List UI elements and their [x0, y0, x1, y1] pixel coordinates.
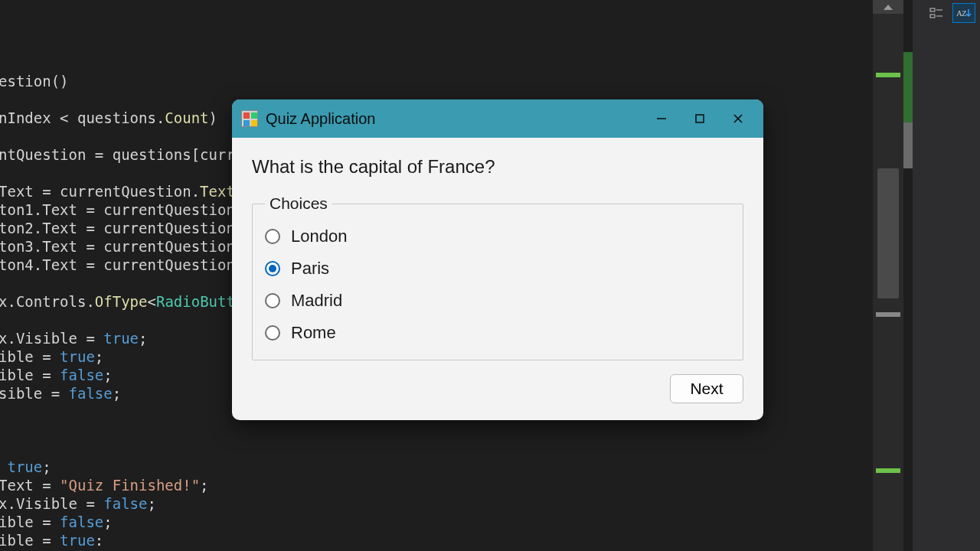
code-line: true; [0, 458, 261, 476]
code-line: ible = false; [0, 366, 261, 384]
code-line: Text = "Quiz Finished!"; [0, 476, 261, 494]
code-line [0, 274, 261, 292]
quiz-dialog: Quiz Application What is the capital of … [232, 99, 763, 420]
code-line: sible = false; [0, 384, 261, 403]
code-line: ton3.Text = currentQuestion.Ch [0, 237, 261, 256]
titlebar[interactable]: Quiz Application [232, 99, 763, 138]
window-title: Quiz Application [266, 110, 642, 128]
minimize-button[interactable] [642, 99, 681, 138]
scrollbar-marker [876, 468, 900, 473]
code-line: ntQuestion = questions[current [0, 145, 261, 164]
scrollbar-thumb[interactable] [877, 168, 899, 298]
code-line: estion() [0, 72, 261, 90]
code-line [0, 127, 261, 145]
code-line: ton4.Text = currentQuestion.Ch [0, 256, 261, 274]
code-line [0, 90, 261, 109]
code-line [0, 403, 261, 421]
choice-option[interactable]: Rome [265, 317, 730, 349]
alphabetical-icon[interactable]: AZ [952, 3, 975, 23]
choices-group: Choices LondonParisMadridRome [252, 194, 743, 360]
svg-rect-1 [930, 15, 935, 18]
choice-option[interactable]: Madrid [265, 285, 730, 317]
code-line: ible = false; [0, 513, 261, 531]
close-button[interactable] [719, 99, 757, 138]
app-icon [241, 110, 258, 127]
question-text: What is the capital of France? [252, 156, 743, 178]
svg-rect-7 [696, 115, 704, 122]
scrollbar-marker [876, 73, 900, 77]
code-line: x.Visible = true; [0, 329, 261, 347]
vertical-scrollbar[interactable] [873, 0, 903, 551]
code-line: ible = true; [0, 347, 261, 366]
code-line: x.Visible = false; [0, 494, 261, 513]
choice-label: Rome [291, 323, 336, 343]
choice-option[interactable]: Paris [265, 253, 730, 285]
categorized-icon[interactable] [925, 3, 948, 23]
ruler-marker [903, 122, 913, 168]
code-line: ton2.Text = currentQuestion.Ch [0, 219, 261, 237]
choice-label: Paris [291, 259, 329, 279]
scrollbar-marker [876, 312, 900, 317]
scroll-up-icon[interactable] [873, 0, 903, 14]
next-button[interactable]: Next [670, 374, 743, 403]
choice-option[interactable]: London [265, 220, 730, 253]
choice-label: Madrid [291, 291, 342, 311]
radio-icon[interactable] [265, 325, 280, 341]
maximize-button[interactable] [681, 99, 719, 138]
code-line [0, 164, 261, 182]
code-line: nIndex < questions.Count) [0, 109, 261, 127]
radio-icon[interactable] [265, 293, 280, 308]
overview-ruler [903, 0, 913, 551]
code-line: ton1.Text = currentQuestion.Ch [0, 201, 261, 219]
code-line: Text = currentQuestion.Text; [0, 182, 261, 201]
code-line: x.Controls.OfType<RadioButton [0, 292, 261, 311]
svg-text:Z: Z [962, 8, 967, 18]
svg-rect-0 [930, 8, 935, 11]
properties-toolstrip: AZ [913, 0, 980, 551]
code-line: ible = true: [0, 531, 261, 549]
code-line [0, 439, 261, 458]
choices-legend: Choices [265, 194, 332, 213]
code-line [0, 311, 261, 329]
code-line [0, 421, 261, 439]
choice-label: London [291, 227, 347, 246]
radio-icon[interactable] [265, 229, 280, 244]
radio-icon[interactable] [265, 261, 280, 276]
